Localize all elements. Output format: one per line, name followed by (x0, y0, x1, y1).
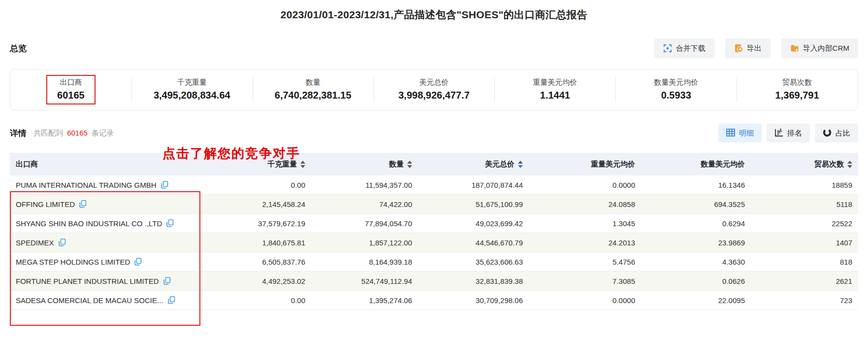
stat-usd-per-weight: 重量美元均价 1.1441 (494, 69, 615, 110)
copy-icon[interactable] (79, 200, 87, 208)
ranking-icon (774, 129, 783, 138)
export-button[interactable]: 导出 (725, 38, 771, 58)
tab-ranking-label: 排名 (787, 129, 802, 138)
details-toolbar: 详情 共匹配到 60165 条记录 明细 (0, 123, 868, 143)
table-row: PUMA INTERNATIONAL TRADING GMBH 0.0011,5… (10, 175, 858, 195)
value-cell: 18859 (751, 181, 858, 189)
red-highlight-exporters: 出口商 60165 (46, 75, 96, 105)
column-header-4: 重量美元均价 (529, 160, 641, 169)
competitor-annotation: 点击了解您的竞争对手 (162, 145, 300, 162)
import-crm-button[interactable]: 导入内部CRM (781, 38, 858, 58)
match-count: 60165 (65, 129, 90, 137)
tab-ranking[interactable]: 排名 (767, 124, 810, 142)
exporter-name-link[interactable]: SPEDIMEX (16, 239, 54, 247)
value-cell: 2,145,458.24 (202, 200, 311, 208)
value-cell: 16.1346 (641, 181, 751, 189)
copy-icon[interactable] (168, 296, 175, 304)
stat-label: 美元总价 (419, 77, 449, 88)
stat-quantity: 数量 6,740,282,381.15 (253, 69, 374, 110)
value-cell: 0.0000 (529, 181, 641, 189)
value-cell: 1.3045 (529, 219, 641, 228)
stat-trade-count: 贸易次数 1,369,791 (737, 69, 858, 110)
sort-carets-icon[interactable] (518, 161, 523, 168)
value-cell: 818 (751, 258, 858, 266)
merge-download-icon (663, 44, 672, 53)
value-cell: 22.0095 (641, 296, 751, 305)
column-header-5: 数量美元均价 (641, 160, 751, 169)
exporter-name-cell: SHYANG SHIN BAO INDUSTRIAL CO .,LTD (10, 219, 202, 228)
value-cell: 6,505,837.76 (202, 258, 311, 266)
match-suffix: 条记录 (92, 129, 114, 137)
value-cell: 24.0858 (529, 200, 641, 208)
value-cell: 4,492,253.02 (202, 277, 311, 285)
table-row-partial (10, 310, 858, 328)
toolbar: 总览 合并下载 (0, 38, 868, 58)
exporter-name-link[interactable]: SADESA COMERCIAL DE MACAU SOCIE... (16, 296, 163, 305)
table-row: MEGA STEP HOLDINGS LIMITED 6,505,837.768… (10, 252, 858, 272)
exporter-name-cell: MEGA STEP HOLDINGS LIMITED (10, 258, 202, 266)
exporter-name-link[interactable]: PUMA INTERNATIONAL TRADING GMBH (16, 181, 157, 189)
value-cell: 723 (751, 296, 858, 305)
copy-icon[interactable] (166, 219, 174, 227)
copy-icon[interactable] (161, 181, 168, 189)
sort-carets-icon[interactable] (407, 161, 412, 168)
value-cell: 5.4756 (529, 258, 641, 266)
value-cell: 7.3085 (529, 277, 641, 285)
value-cell: 51,675,100.99 (418, 200, 529, 208)
table-body: PUMA INTERNATIONAL TRADING GMBH 0.0011,5… (10, 175, 858, 328)
table-row: OFFING LIMITED 2,145,458.2474,422.0051,6… (10, 195, 858, 214)
stat-kg-weight: 千克重量 3,495,208,834.64 (131, 69, 253, 110)
column-header-label: 重量美元均价 (591, 160, 635, 169)
match-prefix: 共匹配到 (33, 129, 63, 137)
value-cell: 22522 (751, 219, 858, 228)
tab-detail[interactable]: 明细 (718, 124, 762, 142)
copy-icon[interactable] (163, 277, 171, 285)
page-title: 2023/01/01-2023/12/31,产品描述包含"SHOES"的出口商汇… (0, 0, 868, 22)
overview-stats-card: 出口商 60165 千克重量 3,495,208,834.64 数量 6,740… (10, 69, 858, 110)
merge-download-button[interactable]: 合并下载 (654, 38, 714, 58)
value-cell: 5118 (751, 200, 858, 208)
copy-icon[interactable] (134, 258, 142, 266)
table-grid-icon (726, 129, 735, 138)
merge-download-label: 合并下载 (676, 44, 706, 53)
exporter-name-cell: SPEDIMEX (10, 239, 202, 247)
exporter-name-link[interactable]: MEGA STEP HOLDINGS LIMITED (16, 258, 130, 266)
value-cell: 23.9869 (641, 239, 751, 247)
value-cell: 35,623,606.63 (418, 258, 529, 266)
stat-label: 数量美元均价 (654, 77, 698, 88)
sort-carets-icon[interactable] (300, 161, 305, 168)
exporter-name-link[interactable]: SHYANG SHIN BAO INDUSTRIAL CO .,LTD (16, 219, 162, 228)
value-cell: 32,831,839.38 (418, 277, 529, 285)
exporter-report-page: 2023/01/01-2023/12/31,产品描述包含"SHOES"的出口商汇… (0, 0, 868, 343)
copy-icon[interactable] (59, 239, 66, 246)
tab-share[interactable]: 占比 (815, 124, 858, 142)
value-cell: 2621 (751, 277, 858, 285)
exporter-name-link[interactable]: FORTUNE PLANET INDUSTRIAL LIMITED (16, 277, 159, 285)
value-cell: 524,749,112.94 (311, 277, 418, 285)
value-cell: 0.6294 (641, 219, 751, 228)
value-cell: 187,070,874.44 (418, 181, 529, 189)
stat-value: 3,998,926,477.7 (398, 88, 470, 103)
column-header-3[interactable]: 美元总价 (418, 160, 529, 169)
view-tabs: 明细 排名 (718, 124, 858, 142)
column-header-2[interactable]: 数量 (311, 160, 418, 169)
value-cell: 49,023,699.42 (418, 219, 529, 228)
import-crm-label: 导入内部CRM (803, 44, 849, 53)
exporter-name-cell: SADESA COMERCIAL DE MACAU SOCIE... (10, 296, 202, 305)
table-row: SHYANG SHIN BAO INDUSTRIAL CO .,LTD 37,5… (10, 214, 858, 233)
value-cell: 11,594,357.00 (311, 181, 418, 189)
value-cell: 1,840,675.81 (202, 239, 311, 247)
value-cell: 74,422.00 (311, 200, 418, 208)
details-left: 详情 共匹配到 60165 条记录 (10, 128, 114, 139)
stat-exporters: 出口商 60165 (10, 69, 131, 110)
value-cell: 8,164,939.18 (311, 258, 418, 266)
column-header-label: 出口商 (16, 160, 38, 169)
sort-carets-icon[interactable] (847, 161, 852, 168)
toolbar-buttons: 合并下载 导出 导入内 (654, 38, 858, 58)
match-record-text: 共匹配到 60165 条记录 (33, 129, 114, 138)
table-header-row: 出口商千克重量数量美元总价重量美元均价数量美元均价贸易次数 (10, 153, 858, 175)
column-header-label: 数量 (389, 160, 404, 169)
column-header-label: 贸易次数 (814, 160, 844, 169)
exporter-name-link[interactable]: OFFING LIMITED (16, 200, 75, 208)
column-header-6[interactable]: 贸易次数 (751, 160, 858, 169)
